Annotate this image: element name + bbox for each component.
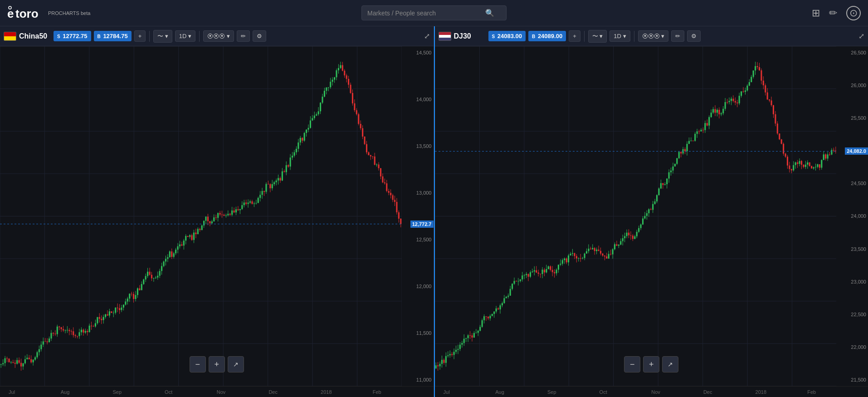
current-price-tag-dj30: 24,082.0 [845,147,868,155]
time-label-feb-2: Feb [807,389,816,395]
current-price-tag-china50: 12,772.7 [410,221,434,228]
chart-canvas-china50 [0,46,402,386]
time-axis-dj30: Jul Aug Sep Oct Nov Dec 2018 Feb [435,386,868,397]
separator-4 [634,31,634,42]
candle-type-button-china50[interactable]: ⦿⦿⦿ ▾ [203,30,234,42]
zoom-out-button-china50[interactable]: − [190,356,206,372]
wave-tool-button-dj30[interactable]: 〜 ▾ [588,30,607,43]
logo-area: e toro PROCHARTS beta [7,6,90,20]
candle-type-button-dj30[interactable]: ⦿⦿⦿ ▾ [638,30,669,42]
chart-panel-china50: China50 S 12772.75 B 12784.75 + 〜 ▾ 1D ▾… [0,26,434,397]
instrument-name-dj30: DJ30 [454,32,486,40]
time-label-oct-2: Oct [600,389,607,395]
chart-area-dj30[interactable]: 26,500 26,000 25,500 25,000 24,500 24,00… [435,46,868,386]
interval-button-china50[interactable]: 1D ▾ [175,30,195,42]
grid-icon[interactable]: ⊞ [812,7,820,19]
search-bar[interactable]: 🔍 [361,5,507,20]
time-label-2018-2: 2018 [756,389,766,395]
time-label-feb-1: Feb [373,389,381,395]
sell-button-china50[interactable]: S 12772.75 [54,31,91,41]
time-axis-china50: Jul Aug Sep Oct Nov Dec 2018 Feb [0,386,434,397]
price-scale-china50: 14,500 14,000 13,500 13,000 12,500 12,00… [402,46,434,386]
time-label-nov-1: Nov [217,389,226,395]
buy-button-china50[interactable]: B 12784.75 [94,31,132,41]
time-label-oct-1: Oct [165,389,172,395]
separator-3 [584,31,585,42]
time-label-dec-1: Dec [268,389,278,395]
expand-button-china50[interactable]: ⤢ [424,32,430,40]
chart-area-china50[interactable]: 14,500 14,000 13,500 13,000 12,500 12,00… [0,46,434,386]
logo: e toro PROCHARTS beta [7,6,90,20]
svg-text:toro: toro [15,7,39,20]
instrument-name-china50: China50 [19,32,51,40]
time-label-2018-1: 2018 [321,389,332,395]
chart-panel-dj30: DJ30 S 24083.00 B 24089.00 + 〜 ▾ 1D ▾ ⦿⦿… [435,26,868,397]
zoom-out-button-dj30[interactable]: − [624,356,640,372]
sell-button-dj30[interactable]: S 24083.00 [488,31,526,41]
etoro-logo: e toro [7,6,44,20]
chart-canvas-dj30 [435,46,837,386]
price-scale-dj30: 26,500 26,000 25,500 25,000 24,500 24,00… [836,46,868,386]
nav-right: ⊞ ✏ ⊙ [812,6,861,20]
pencil-icon[interactable]: ✏ [829,7,837,19]
draw-button-dj30[interactable]: ✏ [671,30,684,42]
time-label-jul-1: Jul [9,389,15,395]
time-label-dec-2: Dec [703,389,712,395]
chart-toolbar-china50: China50 S 12772.75 B 12784.75 + 〜 ▾ 1D ▾… [0,26,434,46]
time-label-jul-2: Jul [444,389,450,395]
wave-tool-button-china50[interactable]: 〜 ▾ [153,30,172,43]
zoom-in-button-china50[interactable]: + [209,356,225,372]
procharts-badge: PROCHARTS beta [48,10,90,16]
time-label-aug-2: Aug [495,389,504,395]
separator-2 [199,31,200,42]
instrument-flag-china50 [4,32,16,41]
time-label-sep-2: Sep [547,389,556,395]
share-button-dj30[interactable]: ↗ [662,356,678,372]
user-circle-icon[interactable]: ⊙ [846,6,861,20]
share-button-china50[interactable]: ↗ [228,356,244,372]
draw-button-china50[interactable]: ✏ [237,30,250,42]
buy-button-dj30[interactable]: B 24089.00 [528,31,566,41]
settings-button-dj30[interactable]: ⚙ [687,30,701,42]
settings-button-china50[interactable]: ⚙ [253,30,266,42]
navbar: e toro PROCHARTS beta 🔍 ⊞ ✏ ⊙ [0,0,868,26]
expand-button-dj30[interactable]: ⤢ [858,32,864,40]
search-icon: 🔍 [485,9,494,17]
separator-1 [149,31,150,42]
time-label-nov-2: Nov [651,389,660,395]
add-instrument-button-dj30[interactable]: + [569,30,580,42]
search-input[interactable] [367,10,485,17]
zoom-controls-dj30: − + ↗ [624,356,678,372]
charts-container: China50 S 12772.75 B 12784.75 + 〜 ▾ 1D ▾… [0,26,868,397]
time-label-aug-1: Aug [61,389,70,395]
zoom-controls-china50: − + ↗ [190,356,244,372]
zoom-in-button-dj30[interactable]: + [643,356,659,372]
instrument-flag-dj30 [439,32,451,41]
interval-button-dj30[interactable]: 1D ▾ [610,30,630,42]
time-label-sep-1: Sep [112,389,122,395]
add-instrument-button-china50[interactable]: + [134,30,146,42]
chart-toolbar-dj30: DJ30 S 24083.00 B 24089.00 + 〜 ▾ 1D ▾ ⦿⦿… [435,26,868,46]
